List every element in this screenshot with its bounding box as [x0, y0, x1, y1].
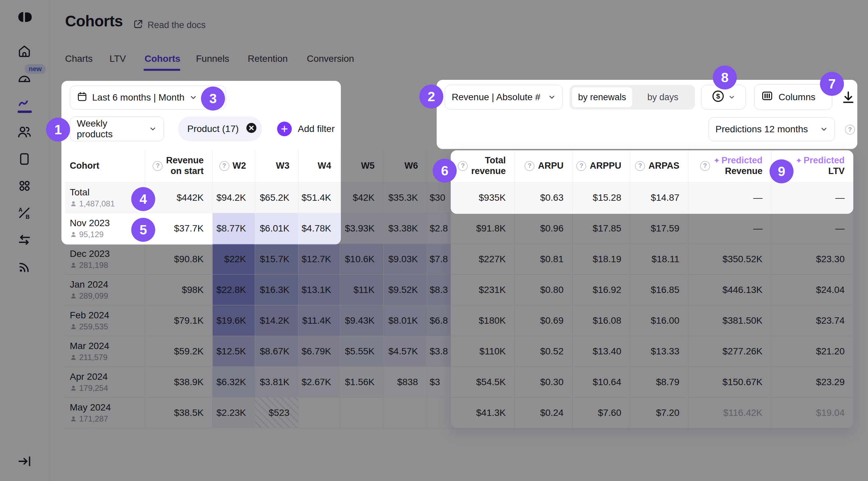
- week-value-cell: $9.03K: [383, 244, 427, 275]
- transfers-arrows-icon[interactable]: [17, 232, 32, 247]
- toggle-by-days[interactable]: by days: [633, 87, 693, 107]
- predictions-dropdown[interactable]: Predictions 12 months: [708, 117, 835, 141]
- tour-step-badge-7[interactable]: 7: [820, 72, 844, 96]
- metric-value-cell: $381.50K: [688, 305, 771, 336]
- cell-value: —: [835, 192, 845, 203]
- cell-value: $935K: [479, 192, 506, 203]
- cell-value: $523: [269, 408, 289, 418]
- read-the-docs-link[interactable]: Read the docs: [133, 19, 206, 32]
- toggle-by-renewals[interactable]: by renewals: [571, 87, 633, 108]
- predictions-help-icon[interactable]: ?: [845, 125, 855, 134]
- help-icon[interactable]: ?: [576, 161, 586, 171]
- metric-value-cell: $13.40: [572, 336, 630, 367]
- help-icon[interactable]: ?: [153, 161, 163, 171]
- tab-cohorts[interactable]: Cohorts: [145, 54, 180, 64]
- metric-value-cell: $116.42K: [688, 397, 771, 428]
- help-icon[interactable]: ?: [635, 161, 645, 171]
- metric-value-cell: $110K: [451, 336, 515, 367]
- help-icon[interactable]: ?: [700, 161, 710, 171]
- metric-dropdown[interactable]: Revenue | Absolute #: [445, 85, 563, 110]
- cohort-users: 1,487,081: [79, 199, 115, 208]
- tour-step-badge-9[interactable]: 9: [770, 159, 794, 183]
- week-value-cell: $16.3K: [255, 275, 298, 305]
- metric-value-cell: $16.92: [572, 275, 630, 305]
- revenue-on-start-cell: $98K: [145, 275, 212, 305]
- tour-step-badge-3[interactable]: 3: [201, 87, 225, 111]
- cell-value: $150.67K: [722, 377, 763, 388]
- tab-conversion[interactable]: Conversion: [307, 54, 354, 64]
- tour-step-badge-2[interactable]: 2: [419, 85, 443, 109]
- week-value-cell: $9.52K: [383, 275, 427, 305]
- tour-step-badge-8[interactable]: 8: [713, 65, 737, 90]
- help-icon[interactable]: ?: [458, 161, 468, 171]
- cell-value: $38.5K: [174, 408, 204, 418]
- cohort-name: Total: [70, 187, 90, 198]
- cohort-users: 171,287: [79, 414, 108, 424]
- segment-dropdown[interactable]: Weekly products: [70, 117, 164, 141]
- metric-value-cell: $23.30: [771, 244, 853, 275]
- column-header-label: W2: [233, 161, 246, 171]
- person-icon: [70, 354, 77, 361]
- chevron-down-icon: [728, 93, 736, 101]
- cell-value: $6.8: [430, 315, 448, 326]
- cell-value: $116.42K: [723, 408, 763, 418]
- remove-filter-icon[interactable]: [245, 122, 257, 136]
- paywalls-device-icon[interactable]: [17, 151, 32, 167]
- ab-test-icon[interactable]: AB: [17, 205, 32, 220]
- cohort-users: 259,535: [79, 322, 108, 331]
- cell-value: $12.7K: [302, 254, 331, 265]
- cohort-label-cell: Dec 2023281,198: [65, 244, 145, 275]
- feed-rss-icon[interactable]: [17, 259, 32, 274]
- read-the-docs-label: Read the docs: [148, 20, 206, 30]
- help-icon[interactable]: ?: [219, 161, 229, 171]
- column-header-label: Revenueon start: [166, 155, 204, 177]
- tour-step-badge-1[interactable]: 1: [46, 118, 70, 142]
- column-header-label: ARPU: [538, 161, 563, 171]
- cell-value: $231K: [479, 284, 506, 295]
- week-value-cell: [340, 397, 383, 428]
- new-badge: new: [25, 64, 46, 74]
- cell-value: $94.2K: [216, 192, 246, 203]
- cell-value: $0.69: [540, 315, 563, 326]
- week-value-cell: $10.6K: [340, 244, 383, 275]
- tab-ltv[interactable]: LTV: [110, 54, 126, 64]
- export-download-icon[interactable]: [841, 90, 856, 105]
- tour-step-badge-6[interactable]: 6: [433, 159, 457, 183]
- cell-value: $98K: [182, 284, 204, 295]
- cell-value: $59.2K: [174, 346, 204, 357]
- tour-step-badge-5[interactable]: 5: [131, 218, 155, 242]
- tab-retention[interactable]: Retention: [248, 54, 288, 64]
- column-header-label: Revenue: [725, 166, 763, 177]
- tab-charts[interactable]: Charts: [65, 54, 92, 64]
- collapse-sidebar-icon[interactable]: [17, 454, 32, 469]
- metric-value-cell: $231K: [451, 275, 515, 305]
- audience-people-icon[interactable]: [17, 124, 32, 140]
- cohort-name: May 2024: [70, 402, 111, 413]
- product-filter-chip[interactable]: Product (17): [178, 117, 262, 141]
- revenue-on-start-cell: $79.1K: [145, 305, 212, 336]
- add-filter-button[interactable]: Add filter: [277, 117, 335, 141]
- home-icon[interactable]: [17, 43, 32, 59]
- cell-value: $381.50K: [722, 315, 763, 326]
- cell-value: $24.04: [816, 284, 845, 295]
- tab-funnels[interactable]: Funnels: [196, 54, 229, 64]
- cell-value: $16.3K: [260, 284, 289, 295]
- cell-value: $0.80: [540, 284, 563, 295]
- person-icon: [70, 385, 77, 392]
- metric-value-cell: $91.8K: [451, 213, 515, 244]
- revenue-on-start-cell: $38.5K: [145, 397, 212, 428]
- analytics-chart-icon[interactable]: [17, 97, 32, 112]
- cell-value: $277.26K: [722, 346, 763, 357]
- person-icon: [70, 200, 77, 207]
- tour-step-badge-4[interactable]: 4: [131, 187, 155, 211]
- column-header: ?Totalrevenue: [451, 150, 515, 182]
- metric-value-cell: $446.13K: [688, 275, 771, 305]
- cohort-name: Dec 2023: [70, 248, 110, 259]
- adapty-logo[interactable]: [16, 7, 34, 26]
- help-icon[interactable]: ?: [524, 161, 534, 171]
- metric-value-cell: $150.67K: [688, 367, 771, 397]
- cell-value: $38.9K: [174, 377, 204, 388]
- column-header: W3: [255, 150, 298, 182]
- apps-grid-icon[interactable]: [17, 178, 32, 193]
- cell-value: $4.78K: [302, 223, 331, 234]
